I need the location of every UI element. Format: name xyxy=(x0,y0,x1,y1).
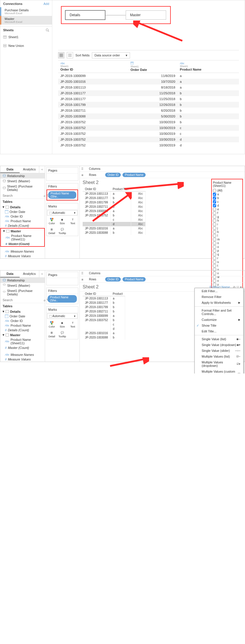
marks-detail-button[interactable]: ⊞Detail xyxy=(47,329,57,339)
checkbox[interactable] xyxy=(213,200,216,203)
marks-color-button[interactable]: Color xyxy=(47,216,57,226)
filters-shelf[interactable]: Product Name (She.. xyxy=(47,294,78,304)
collapse-pane-button[interactable]: ‹ xyxy=(39,271,45,277)
add-connection-link[interactable]: Add xyxy=(43,2,49,5)
marks-tooltip-button[interactable]: 💬Tooltip xyxy=(57,329,67,339)
marks-detail-button[interactable]: ⊞Detail xyxy=(47,226,57,236)
grid-view-button[interactable] xyxy=(58,52,64,58)
column-header-orderid[interactable]: Abc Sheet1 Order ID xyxy=(58,60,128,73)
sort-fields-dropdown[interactable]: Data source order ▾ xyxy=(92,52,130,58)
menu-sv-slider[interactable]: Single Value (slider)─○─ xyxy=(195,348,243,354)
field-product-name-sheet11[interactable]: AbcProduct Name (Sheet11) xyxy=(1,233,44,242)
filter-option[interactable]: j xyxy=(213,226,241,230)
checkbox[interactable] xyxy=(213,215,216,218)
collapse-icon[interactable]: ▾ xyxy=(3,205,4,209)
field-details-count[interactable]: #Details (Count) xyxy=(0,223,45,228)
data-row[interactable]: JP-2018-100179912/26/2018b xyxy=(58,102,239,108)
checkbox[interactable] xyxy=(213,260,216,264)
crosstab-row[interactable]: JP-2018-1001113a xyxy=(83,296,125,301)
crosstab-row[interactable]: JP-2018-1001177b xyxy=(83,301,125,305)
field-product-name[interactable]: AbcProduct Name xyxy=(0,219,45,223)
collapse-icon[interactable]: ▾ xyxy=(3,333,4,337)
connection-purchase-details[interactable]: Purchase Details Microsoft Excel xyxy=(0,7,52,16)
menu-edit-title[interactable]: Edit Title... xyxy=(195,328,243,334)
field-order-date[interactable]: Order Date xyxy=(0,209,45,214)
checkbox[interactable] xyxy=(213,227,216,230)
header-product-name[interactable]: Product xyxy=(110,292,125,296)
data-row[interactable]: JP-2019-100375210/30/2019d xyxy=(58,142,239,148)
sheet-title[interactable]: Sheet 2 xyxy=(80,283,101,291)
data-row[interactable]: JP-2018-10027116/20/2018b xyxy=(58,108,239,113)
field-order-id[interactable]: AbcOrder ID xyxy=(0,319,45,323)
datasource-sheet-details[interactable]: Sheet1 (Purchase Details) xyxy=(0,184,45,192)
checkbox[interactable] xyxy=(213,238,216,241)
column-header-productname[interactable]: Abc Sheet1 Product Name xyxy=(178,60,239,73)
data-row[interactable]: JP-2018-10011138/18/2018a xyxy=(58,84,239,90)
marks-tooltip-button[interactable]: 💬Tooltip xyxy=(57,226,67,236)
row-pill-order-id[interactable]: Order ID xyxy=(105,173,121,177)
field-master-count[interactable]: #Master (Count) xyxy=(0,345,45,350)
checkbox[interactable] xyxy=(213,230,216,233)
data-row[interactable]: JP-2018-100117711/25/2018b xyxy=(58,90,239,96)
marks-type-dropdown[interactable]: ⬚ Automatic▾ xyxy=(47,210,77,216)
data-row[interactable]: JP-2019-100375210/30/2019b xyxy=(58,119,239,125)
crosstab-row[interactable]: JP-2020-1003088b xyxy=(83,335,125,340)
row-pill-order-id[interactable]: Order ID xyxy=(105,277,121,281)
rows-shelf[interactable]: Order ID Product Name xyxy=(105,277,243,281)
filter-option[interactable]: m xyxy=(213,238,241,241)
filter-option[interactable]: n xyxy=(213,241,241,245)
crosstab-row[interactable]: c xyxy=(83,322,125,327)
field-master-count[interactable]: #Master (Count) xyxy=(1,242,44,246)
tab-data[interactable]: Data xyxy=(0,271,20,277)
field-product-name[interactable]: AbcProduct Name xyxy=(0,323,45,328)
filter-option[interactable]: r xyxy=(213,256,241,260)
filter-option[interactable]: i xyxy=(213,222,241,226)
checkbox[interactable] xyxy=(213,242,216,245)
data-row[interactable]: JP-2019-100009911/8/2019a xyxy=(58,73,239,79)
filter-option[interactable]: b xyxy=(213,196,241,200)
field-measure-names[interactable]: AbcMeasure Names xyxy=(0,249,45,254)
filter-option[interactable]: k xyxy=(213,230,241,234)
rows-shelf[interactable]: Order ID Product Name xyxy=(105,173,243,177)
search-icon[interactable] xyxy=(46,28,49,32)
filter-option[interactable]: c xyxy=(213,200,241,204)
datasource-sheet-details[interactable]: Sheet1 (Purchase Details) xyxy=(0,288,45,297)
logical-table-details[interactable]: Details xyxy=(65,10,105,20)
filter-pill-product-name[interactable]: Product Name (She.. xyxy=(48,191,76,199)
data-row[interactable]: JP-2019-100375210/30/2019d xyxy=(58,137,239,142)
sheet-item[interactable]: Sheet1 xyxy=(0,34,52,40)
filter-option[interactable]: s xyxy=(213,260,241,264)
crosstab-row[interactable]: JP-2020-1003088bAbc xyxy=(83,231,146,235)
table-master[interactable]: ▾Master xyxy=(0,332,45,337)
row-pill-product-name[interactable]: Product Name xyxy=(122,173,146,177)
checkbox[interactable] xyxy=(213,264,216,267)
menu-sv-list[interactable]: Single Value (list)◉─ xyxy=(195,336,243,342)
collapse-pane-button[interactable]: ‹ xyxy=(39,166,45,173)
crosstab-row[interactable]: JP-2019-1003752b xyxy=(83,318,125,322)
table-master[interactable]: ▾ Master xyxy=(1,229,44,233)
checkbox[interactable] xyxy=(213,189,216,192)
table-details[interactable]: ▾Details xyxy=(0,309,45,314)
marks-size-button[interactable]: ◉Size xyxy=(57,216,67,226)
data-row[interactable]: JP-2020-100101610/7/2020a xyxy=(58,79,239,84)
checkbox[interactable] xyxy=(213,257,216,260)
field-order-date[interactable]: Order Date xyxy=(0,314,45,319)
datasource-sheet-master[interactable]: Sheet1 (Master) xyxy=(0,179,45,184)
field-measure-values[interactable]: #Measure Values xyxy=(0,254,45,258)
checkbox[interactable] xyxy=(213,196,216,200)
crosstab-row[interactable]: JP-2020-1001016a xyxy=(83,331,125,335)
field-details-count[interactable]: #Details (Count) xyxy=(0,328,45,332)
filter-option[interactable]: a xyxy=(213,192,241,196)
menu-mv-dropdown[interactable]: Multiple Values (dropdown)☑▾ xyxy=(195,359,243,369)
crosstab-row[interactable]: JP-2018-1001799b xyxy=(83,305,125,309)
checkbox[interactable] xyxy=(213,223,216,226)
field-measure-values[interactable]: #Measure Values xyxy=(0,357,45,362)
filters-shelf[interactable]: Product Name (She.. xyxy=(47,189,78,200)
filter-option-all[interactable]: (All) xyxy=(213,189,241,192)
crosstab-row[interactable]: d xyxy=(83,327,125,331)
filter-option[interactable]: o xyxy=(213,245,241,249)
menu-edit-filter[interactable]: Edit Filter... xyxy=(195,288,243,294)
field-product-name-sheet11[interactable]: AbcProduct Name (Sheet11) xyxy=(0,337,45,345)
marks-text-button[interactable]: TText xyxy=(68,216,78,226)
crosstab-row[interactable]: JP-2018-1002711b xyxy=(83,309,125,314)
